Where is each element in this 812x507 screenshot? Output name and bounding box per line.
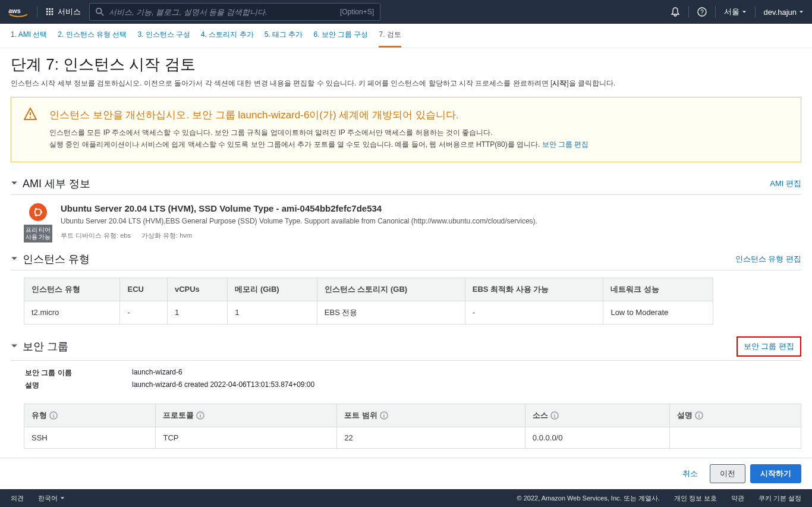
page-body: 단계 7: 인스턴스 시작 검토 인스턴스 시작 세부 정보를 검토하십시오. … (0, 48, 812, 503)
ami-description: Ubuntu Server 20.04 LTS (HVM),EBS Genera… (61, 217, 537, 225)
edit-security-group-link[interactable]: 보안 그룹 편집 (737, 336, 801, 357)
cancel-button[interactable]: 취소 (675, 465, 705, 483)
collapse-toggle[interactable] (11, 342, 18, 351)
nav-divider (37, 6, 37, 18)
svg-text:i: i (554, 413, 555, 419)
edit-instance-type-link[interactable]: 인스턴스 유형 편집 (735, 254, 801, 264)
region-selector[interactable]: 서울 (724, 7, 747, 17)
banner-line1: 인스턴스를 모든 IP 주소에서 액세스할 수 있습니다. 보안 그룹 규칙을 … (49, 127, 790, 138)
launch-button[interactable]: 시작하기 (750, 464, 801, 483)
page-title: 단계 7: 인스턴스 시작 검토 (11, 54, 801, 75)
instance-type-table: 인스턴스 유형 ECU vCPUs 메모리 (GiB) 인스턴스 스토리지 (G… (24, 278, 713, 325)
ami-name: Ubuntu Server 20.04 LTS (HVM), SSD Volum… (61, 203, 537, 213)
services-label: 서비스 (58, 7, 81, 17)
ubuntu-icon (29, 203, 47, 221)
th-ebs-opt: EBS 최적화 사용 가능 (465, 278, 603, 301)
section-ami-title: AMI 세부 정보 (23, 177, 770, 191)
section-security-group-title: 보안 그룹 (23, 339, 737, 354)
account-menu[interactable]: dev.hajun (764, 8, 804, 17)
banner-title: 인스턴스 보안을 개선하십시오. 보안 그룹 launch-wizard-6이(… (49, 108, 790, 122)
svg-point-15 (30, 116, 31, 118)
caret-down-icon (799, 10, 804, 14)
banner-line2: 실행 중인 애플리케이션이나 서비스에 쉽게 액세스할 수 있도록 보안 그룹에… (49, 138, 790, 150)
grid-icon (46, 8, 54, 16)
th-vcpus: vCPUs (167, 278, 227, 301)
th-source: 소스 (533, 411, 548, 420)
caret-down-icon (742, 10, 747, 14)
th-protocol: 프로토콜 (163, 411, 194, 420)
search-box[interactable]: [Option+S] (89, 3, 380, 21)
svg-text:i: i (200, 413, 201, 419)
caret-down-icon (60, 496, 65, 500)
feedback-link[interactable]: 의견 (11, 494, 24, 503)
security-group-details: 보안 그룹 이름 launch-wizard-6 설명 launch-wizar… (11, 361, 801, 396)
footer-bar: 의견 한국어 © 2022, Amazon Web Services, Inc.… (0, 489, 812, 507)
svg-rect-4 (46, 11, 48, 12)
svg-rect-5 (49, 11, 51, 12)
terms-link[interactable]: 약관 (731, 494, 744, 503)
security-warning-banner: 인스턴스 보안을 개선하십시오. 보안 그룹 launch-wizard-6이(… (11, 97, 801, 162)
svg-point-19 (35, 214, 37, 216)
th-port-range: 포트 범위 (344, 411, 377, 420)
svg-rect-6 (52, 11, 53, 12)
sg-desc-label: 설명 (25, 380, 132, 391)
th-instance-type: 인스턴스 유형 (24, 278, 120, 301)
section-security-group-header: 보안 그룹 보안 그룹 편집 (11, 333, 801, 361)
wizard-step-3[interactable]: 3. 인스턴스 구성 (137, 30, 190, 48)
svg-text:?: ? (700, 9, 704, 15)
collapse-toggle[interactable] (11, 179, 18, 188)
wizard-step-6[interactable]: 6. 보안 그룹 구성 (313, 30, 368, 48)
svg-text:i: i (383, 413, 385, 419)
ami-virtualization: 가상화 유형: hvm (141, 231, 192, 240)
table-row: SSH TCP 22 0.0.0.0/0 (24, 427, 801, 448)
th-storage: 인스턴스 스토리지 (GB) (317, 278, 465, 301)
search-icon (96, 8, 104, 16)
info-icon[interactable]: i (380, 411, 388, 420)
search-shortcut: [Option+S] (340, 8, 374, 16)
aws-logo[interactable]: aws (8, 6, 29, 18)
previous-button[interactable]: 이전 (710, 464, 745, 483)
th-network: 네트워크 성능 (603, 278, 713, 301)
th-ecu: ECU (120, 278, 167, 301)
ami-details-block: 프리 티어 사용 가능 Ubuntu Server 20.04 LTS (HVM… (11, 195, 801, 248)
help-icon[interactable]: ? (697, 7, 707, 17)
svg-line-11 (101, 13, 103, 15)
sg-name-value: launch-wizard-6 (132, 368, 182, 378)
search-input[interactable] (109, 8, 335, 17)
wizard-step-1[interactable]: 1. AMI 선택 (11, 30, 47, 48)
wizard-step-5[interactable]: 5. 태그 추가 (265, 30, 303, 48)
wizard-step-2[interactable]: 2. 인스턴스 유형 선택 (58, 30, 127, 48)
notifications-icon[interactable] (671, 7, 680, 17)
services-menu[interactable]: 서비스 (46, 7, 81, 17)
svg-rect-9 (52, 14, 53, 15)
svg-text:aws: aws (8, 7, 20, 14)
svg-point-17 (40, 211, 43, 213)
collapse-toggle[interactable] (11, 254, 18, 264)
action-bar: 취소 이전 시작하기 (0, 458, 812, 489)
info-icon[interactable]: i (196, 411, 204, 420)
wizard-step-7[interactable]: 7. 검토 (379, 30, 401, 48)
privacy-link[interactable]: 개인 정보 보호 (674, 494, 717, 503)
svg-rect-8 (49, 14, 51, 15)
svg-rect-7 (46, 14, 48, 15)
edit-ami-link[interactable]: AMI 편집 (770, 178, 801, 189)
info-icon[interactable]: i (49, 411, 58, 420)
language-selector[interactable]: 한국어 (38, 494, 65, 503)
cookies-link[interactable]: 쿠키 기본 설정 (759, 494, 801, 503)
page-intro: 인스턴스 시작 세부 정보를 검토하십시오. 이전으로 돌아가서 각 섹션에 대… (11, 78, 801, 89)
svg-rect-3 (52, 8, 53, 10)
ami-root-device: 루트 디바이스 유형: ebs (61, 231, 131, 240)
sg-name-label: 보안 그룹 이름 (25, 368, 132, 378)
section-instance-type-header: 인스턴스 유형 인스턴스 유형 편집 (11, 248, 801, 270)
section-ami-header: AMI 세부 정보 AMI 편집 (11, 173, 801, 195)
info-icon[interactable]: i (695, 411, 703, 420)
svg-text:i: i (53, 413, 54, 419)
svg-point-18 (35, 208, 37, 210)
wizard-step-4[interactable]: 4. 스토리지 추가 (201, 30, 254, 48)
banner-edit-sg-link[interactable]: 보안 그룹 편집 (542, 140, 589, 149)
th-desc: 설명 (677, 411, 693, 420)
svg-rect-1 (46, 8, 48, 10)
free-tier-badge: 프리 티어 사용 가능 (24, 225, 52, 243)
info-icon[interactable]: i (550, 411, 559, 420)
th-memory: 메모리 (GiB) (228, 278, 317, 301)
